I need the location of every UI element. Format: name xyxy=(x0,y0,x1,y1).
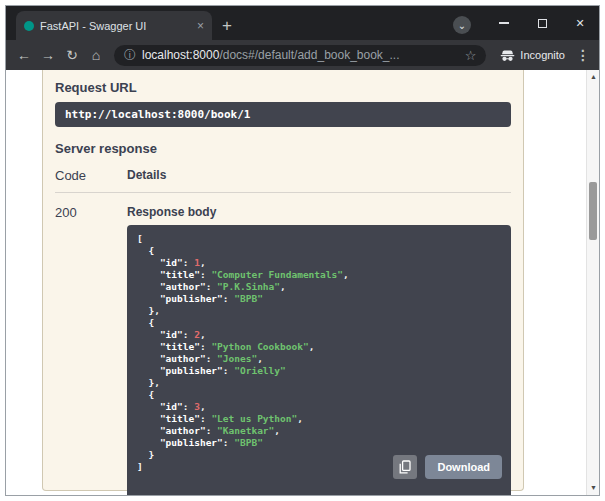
vertical-scrollbar[interactable]: ▲ ▼ xyxy=(586,70,599,495)
copy-to-clipboard-button[interactable] xyxy=(393,455,417,479)
response-body-block: [ { "id": 1, "title": "Computer Fundamen… xyxy=(127,225,511,495)
clipboard-icon xyxy=(399,460,411,474)
tab-close-icon[interactable]: × xyxy=(197,20,204,32)
tab-search-button[interactable]: ⌄ xyxy=(453,16,471,34)
response-table-header: Code Details xyxy=(55,168,511,193)
request-url-label: Request URL xyxy=(55,80,511,96)
screenshot-root: FastAPI - Swagger UI × + ⌄ ✕ ← → ↻ ⌂ ⓘ l… xyxy=(0,0,605,501)
fastapi-favicon-icon xyxy=(24,21,34,31)
bookmark-star-icon[interactable]: ☆ xyxy=(465,49,477,62)
back-button[interactable]: ← xyxy=(14,45,34,65)
url-text: localhost:8000/docs#/default/add_book_bo… xyxy=(142,48,459,62)
browser-window: FastAPI - Swagger UI × + ⌄ ✕ ← → ↻ ⌂ ⓘ l… xyxy=(5,5,600,496)
maximize-button[interactable] xyxy=(523,6,561,40)
minimize-icon xyxy=(499,22,509,24)
request-url-value: http://localhost:8000/book/1 xyxy=(55,102,511,127)
browser-menu-button[interactable]: ⋮ xyxy=(575,47,591,63)
response-json: [ { "id": 1, "title": "Computer Fundamen… xyxy=(137,233,501,473)
browser-tab[interactable]: FastAPI - Swagger UI × xyxy=(16,11,212,40)
code-column-header: Code xyxy=(55,168,127,183)
response-body-label: Response body xyxy=(127,205,511,219)
address-bar[interactable]: ⓘ localhost:8000/docs#/default/add_book_… xyxy=(114,45,486,66)
minimize-button[interactable] xyxy=(485,6,523,40)
scroll-down-icon[interactable]: ▼ xyxy=(587,481,599,495)
new-tab-button[interactable]: + xyxy=(222,17,232,34)
tab-title: FastAPI - Swagger UI xyxy=(40,20,191,32)
details-column-header: Details xyxy=(127,168,511,183)
browser-toolbar: ← → ↻ ⌂ ⓘ localhost:8000/docs#/default/a… xyxy=(6,40,599,70)
incognito-label: Incognito xyxy=(520,49,565,61)
incognito-badge: Incognito xyxy=(494,49,571,62)
forward-button[interactable]: → xyxy=(38,45,58,65)
title-bar: FastAPI - Swagger UI × + ⌄ ✕ xyxy=(6,6,599,40)
url-host: localhost:8000 xyxy=(142,48,219,62)
server-response-label: Server response xyxy=(55,141,511,156)
status-code: 200 xyxy=(55,205,127,495)
response-table-row: 200 Response body [ { "id": 1, "title": … xyxy=(55,193,511,495)
page-content: Request URL http://localhost:8000/book/1… xyxy=(6,70,599,495)
window-close-button[interactable]: ✕ xyxy=(561,6,599,40)
incognito-spy-icon xyxy=(500,49,515,62)
download-button[interactable]: Download xyxy=(425,455,502,479)
swagger-response-panel: Request URL http://localhost:8000/book/1… xyxy=(42,70,524,491)
scrollbar-thumb[interactable] xyxy=(589,182,597,240)
url-path: /docs#/default/add_book_book_... xyxy=(219,48,399,62)
maximize-icon xyxy=(538,19,547,28)
scroll-up-icon[interactable]: ▲ xyxy=(587,70,599,84)
response-details-cell: Response body [ { "id": 1, "title": "Com… xyxy=(127,205,511,495)
home-button[interactable]: ⌂ xyxy=(86,45,106,65)
site-info-icon[interactable]: ⓘ xyxy=(124,49,136,61)
response-actions: Download xyxy=(393,455,502,479)
reload-button[interactable]: ↻ xyxy=(62,45,82,65)
